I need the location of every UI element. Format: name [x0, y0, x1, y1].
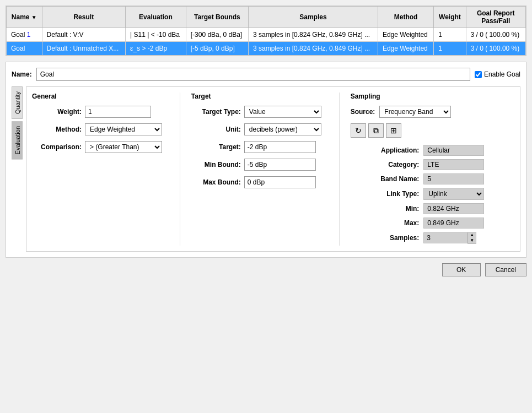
comparison-row: Comparison: > (Greater Than)< (Less Than… — [32, 141, 169, 153]
category-label: Category: — [351, 157, 422, 172]
min-value: 0.824 GHz — [423, 203, 484, 214]
band-name-row: Band Name: 5 — [351, 172, 514, 186]
link-type-select[interactable]: UplinkDownlink — [423, 188, 484, 200]
samples-input[interactable] — [423, 232, 467, 243]
max-label: Max: — [351, 216, 422, 230]
comparison-label: Comparison: — [32, 143, 82, 151]
max-bound-row: Max Bound: — [191, 176, 328, 188]
general-panel: General Weight: Method: Edge WeightedUni… — [32, 93, 180, 246]
tab-quantity[interactable]: Quantity — [12, 86, 23, 119]
goal-editor-panel: Name: Enable Goal Quantity Evaluation Ge… — [6, 62, 526, 258]
source-select[interactable]: Frequency BandManual — [379, 106, 451, 118]
method-label: Method: — [32, 126, 82, 133]
min-row: Min: 0.824 GHz — [351, 202, 514, 216]
refresh-button[interactable]: ↻ — [351, 123, 366, 138]
general-title: General — [32, 93, 169, 100]
max-row: Max: 0.849 GHz — [351, 216, 514, 230]
target-label: Target: — [191, 143, 241, 151]
target-value-row: Target: — [191, 141, 328, 153]
tab-evaluation[interactable]: Evaluation — [12, 121, 23, 159]
spinner-buttons: ▲ ▼ — [467, 232, 476, 244]
unit-select[interactable]: decibels (power)linear — [244, 123, 321, 135]
footer: OK Cancel — [6, 263, 526, 276]
vertical-tabs: Quantity Evaluation — [12, 86, 23, 252]
method-row: Method: Edge WeightedUniform — [32, 123, 169, 135]
samples-label: Samples: — [351, 230, 422, 246]
goals-table: Name ▼ Result Evaluation Target Bounds S… — [6, 6, 526, 56]
category-value: LTE — [423, 159, 484, 170]
col-name[interactable]: Name ▼ — [7, 7, 42, 28]
method-select[interactable]: Edge WeightedUniform — [85, 123, 162, 135]
target-type-row: Target Type: ValueRange — [191, 106, 328, 118]
min-bound-label: Min Bound: — [191, 161, 241, 169]
samples-row: Samples: ▲ ▼ — [351, 230, 514, 246]
col-method[interactable]: Method — [378, 7, 433, 28]
category-row: Category: LTE — [351, 157, 514, 172]
col-target-bounds[interactable]: Target Bounds — [186, 7, 248, 28]
name-field-label: Name: — [12, 70, 32, 78]
min-bound-input[interactable] — [244, 159, 316, 171]
spinner-up[interactable]: ▲ — [468, 232, 476, 238]
sampling-title: Sampling — [351, 93, 514, 100]
unit-row: Unit: decibels (power)linear — [191, 123, 328, 135]
paste-button[interactable]: ⊞ — [386, 123, 401, 138]
unit-label: Unit: — [191, 126, 241, 133]
enable-goal-label: Enable Goal — [484, 70, 520, 78]
application-label: Application: — [351, 143, 422, 157]
col-weight[interactable]: Weight — [434, 7, 466, 28]
enable-goal-checkbox[interactable] — [475, 71, 482, 78]
weight-label: Weight: — [32, 108, 82, 116]
weight-input[interactable] — [85, 106, 151, 118]
copy-button[interactable]: ⧉ — [368, 123, 384, 138]
sampling-fields: Application: Cellular Category: LTE Band… — [351, 143, 514, 246]
col-samples[interactable]: Samples — [248, 7, 378, 28]
link-type-row: Link Type: UplinkDownlink — [351, 186, 514, 202]
max-value: 0.849 GHz — [423, 218, 484, 229]
min-label: Min: — [351, 202, 422, 216]
min-bound-row: Min Bound: — [191, 159, 328, 171]
max-bound-input[interactable] — [244, 176, 316, 188]
target-type-label: Target Type: — [191, 108, 241, 116]
band-name-label: Band Name: — [351, 172, 422, 186]
col-result[interactable]: Result — [42, 7, 126, 28]
target-panel: Target Target Type: ValueRange Unit: dec… — [180, 93, 340, 246]
application-value: Cellular — [423, 145, 484, 156]
name-row: Name: Enable Goal — [12, 68, 520, 81]
table-row[interactable]: GoalDefault : Unmatched X...ε_s > -2 dBp… — [7, 42, 526, 56]
samples-spinner: ▲ ▼ — [423, 232, 512, 244]
col-evaluation[interactable]: Evaluation — [126, 7, 186, 28]
icon-buttons: ↻ ⧉ ⊞ — [351, 123, 514, 138]
weight-row: Weight: — [32, 106, 169, 118]
source-row: Source: Frequency BandManual — [351, 106, 514, 118]
tab-container: Quantity Evaluation General Weight: Meth… — [12, 86, 520, 252]
band-name-value: 5 — [423, 173, 484, 184]
comparison-select[interactable]: > (Greater Than)< (Less Than)= (Equal) — [85, 141, 162, 153]
max-bound-label: Max Bound: — [191, 178, 241, 186]
cancel-button[interactable]: Cancel — [485, 263, 526, 276]
application-row: Application: Cellular — [351, 143, 514, 157]
table-row[interactable]: Goal 1Default : V:V| S11 | < -10 dBa[-30… — [7, 28, 526, 42]
target-input[interactable] — [244, 141, 316, 153]
target-type-select[interactable]: ValueRange — [244, 106, 321, 118]
sampling-panel: Sampling Source: Frequency BandManual ↻ … — [340, 93, 514, 246]
source-label: Source: — [351, 108, 375, 116]
enable-goal-container: Enable Goal — [475, 70, 520, 78]
link-type-label: Link Type: — [351, 186, 422, 202]
name-input[interactable] — [36, 68, 470, 81]
spinner-down[interactable]: ▼ — [468, 238, 476, 243]
ok-button[interactable]: OK — [442, 263, 481, 276]
target-title: Target — [191, 93, 328, 100]
panels-row: General Weight: Method: Edge WeightedUni… — [26, 86, 520, 252]
col-pass-fail[interactable]: Goal ReportPass/Fail — [466, 7, 525, 28]
